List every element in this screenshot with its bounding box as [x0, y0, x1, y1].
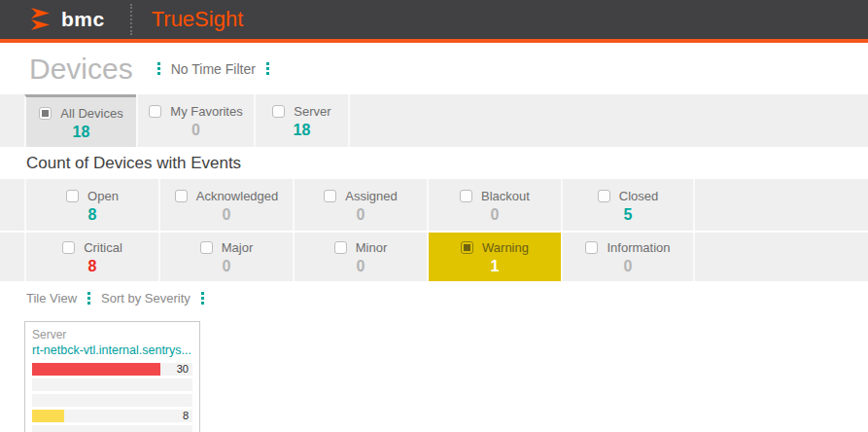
page-header: Devices No Time Filter — [0, 43, 868, 94]
checkbox-icon[interactable] — [585, 241, 598, 254]
view-toolbar: Tile View Sort by Severity — [0, 281, 868, 315]
filter-closed[interactable]: Closed 5 — [561, 179, 695, 231]
header-divider — [130, 4, 132, 35]
filter-assigned[interactable]: Assigned 0 — [293, 179, 427, 231]
filter-label: Assigned — [345, 189, 397, 203]
filter-count: 0 — [223, 258, 231, 275]
filter-count: 0 — [624, 258, 633, 275]
page-title: Devices — [29, 53, 133, 86]
sort-mode-label[interactable]: Sort by Severity — [101, 291, 191, 306]
device-tabs-row: All Devices 18 My Favorites 0 Server 18 — [0, 94, 868, 147]
tab-count: 18 — [73, 124, 90, 141]
filter-warning[interactable]: Warning 1 — [427, 233, 561, 281]
filter-count: 0 — [357, 258, 365, 275]
tab-my-favorites[interactable]: My Favorites 0 — [136, 94, 254, 147]
filter-label: Blackout — [481, 189, 530, 203]
severity-bar-warning: 8 — [32, 410, 192, 422]
severity-filters-row: Critical 8 Major 0 Minor 0 Warning 1 Inf… — [0, 231, 868, 281]
filter-major[interactable]: Major 0 — [158, 233, 293, 281]
filter-information[interactable]: Information 0 — [561, 233, 695, 281]
filter-count: 1 — [491, 258, 500, 275]
view-mode-menu-icon[interactable] — [87, 292, 90, 305]
product-name: TrueSight — [152, 7, 244, 32]
page-menu-icon[interactable] — [157, 62, 160, 75]
device-type-label: Server — [32, 328, 192, 342]
tab-all-devices[interactable]: All Devices 18 — [24, 94, 136, 147]
device-tile[interactable]: Server rt-netbck-vtl.internal.sentrys...… — [24, 321, 200, 432]
tab-count: 0 — [191, 122, 200, 139]
filter-blackout[interactable]: Blackout 0 — [427, 179, 561, 231]
checkbox-icon[interactable] — [460, 190, 472, 202]
checkbox-icon[interactable] — [66, 190, 79, 202]
checkbox-icon[interactable] — [200, 241, 213, 254]
checkbox-icon[interactable] — [149, 105, 161, 118]
filter-label: Open — [87, 189, 119, 203]
events-section-heading: Count of Devices with Events — [0, 147, 868, 179]
filter-label: Critical — [84, 240, 122, 255]
filter-count: 8 — [88, 206, 97, 224]
status-filters-row: Open 8 Acknowledged 0 Assigned 0 Blackou… — [0, 179, 868, 231]
bar-value: 8 — [183, 410, 189, 422]
checkbox-icon[interactable] — [334, 241, 347, 254]
checkbox-icon[interactable] — [324, 190, 336, 202]
checkbox-checked-icon[interactable] — [461, 241, 473, 254]
filter-open[interactable]: Open 8 — [24, 179, 158, 231]
bar-value: 30 — [177, 363, 189, 376]
sort-mode-menu-icon[interactable] — [201, 292, 204, 305]
time-filter-label[interactable]: No Time Filter — [171, 61, 256, 77]
filter-critical[interactable]: Critical 8 — [24, 233, 158, 281]
tab-count: 18 — [294, 122, 311, 139]
checkbox-icon[interactable] — [598, 190, 610, 202]
severity-bar-information — [32, 425, 192, 432]
filter-count: 0 — [223, 206, 231, 224]
filter-label: Closed — [619, 189, 658, 203]
filter-count: 0 — [357, 206, 365, 224]
brand-name: bmc — [61, 8, 105, 31]
bmc-chevrons-icon — [29, 7, 53, 32]
filter-label: Minor — [356, 240, 388, 255]
checkbox-checked-icon[interactable] — [39, 107, 52, 120]
severity-bar-major — [32, 378, 192, 391]
filter-count: 5 — [624, 206, 633, 224]
filter-label: Acknowledged — [196, 189, 279, 203]
filter-label: Warning — [482, 240, 529, 255]
checkbox-icon[interactable] — [272, 105, 285, 118]
tab-label: All Devices — [60, 106, 122, 121]
filter-label: Major — [222, 240, 254, 255]
device-name-link[interactable]: rt-netbck-vtl.internal.sentrys... — [32, 343, 192, 357]
tab-label: My Favorites — [170, 104, 242, 119]
bar-fill — [32, 410, 64, 422]
checkbox-icon[interactable] — [62, 241, 75, 254]
checkbox-icon[interactable] — [175, 190, 188, 202]
bar-fill — [32, 363, 160, 376]
app-header: bmc TrueSight — [0, 0, 868, 39]
filter-label: Information — [607, 240, 670, 255]
filter-minor[interactable]: Minor 0 — [293, 233, 427, 281]
severity-bar-critical: 30 — [32, 363, 192, 376]
bmc-logo: bmc — [29, 7, 105, 32]
view-mode-label[interactable]: Tile View — [26, 291, 77, 306]
filter-acknowledged[interactable]: Acknowledged 0 — [158, 179, 293, 231]
tab-label: Server — [294, 104, 330, 119]
time-filter-menu-icon[interactable] — [266, 62, 269, 75]
tab-server[interactable]: Server 18 — [254, 94, 350, 147]
filter-count: 8 — [88, 258, 97, 275]
filter-count: 0 — [491, 206, 500, 224]
severity-bar-minor — [32, 394, 192, 407]
